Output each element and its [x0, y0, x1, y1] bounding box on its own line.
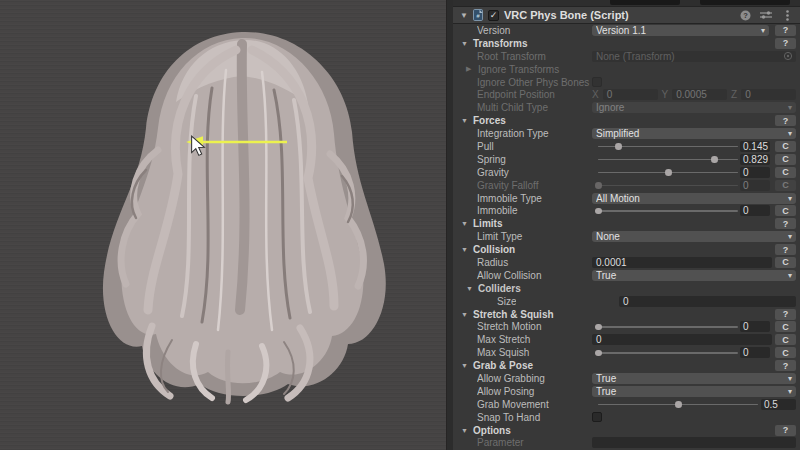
- ignore-other-checkbox[interactable]: [592, 77, 602, 87]
- allow-collision-label: Allow Collision: [477, 270, 592, 281]
- keyframe-button[interactable]: C: [775, 205, 796, 216]
- colliders-size-field[interactable]: 0: [619, 296, 796, 307]
- spring-value-field[interactable]: 0.829: [740, 154, 770, 165]
- help-button[interactable]: ?: [775, 425, 796, 436]
- allow-posing-dropdown[interactable]: True ▾: [592, 386, 796, 397]
- chevron-down-icon: ▾: [788, 194, 792, 203]
- foldout-closed-icon[interactable]: ▶: [466, 65, 478, 73]
- scene-viewport[interactable]: [0, 0, 446, 450]
- section-stretch-squish[interactable]: ▼ Stretch & Squish ?: [453, 308, 800, 321]
- help-button[interactable]: ?: [775, 309, 796, 320]
- max-squish-slider[interactable]: [598, 347, 738, 359]
- gravity-slider[interactable]: [598, 166, 738, 178]
- radius-field[interactable]: 0.0001: [592, 257, 772, 268]
- gravity-value-field[interactable]: 0: [740, 167, 770, 178]
- immobile-slider[interactable]: [598, 205, 738, 217]
- foldout-icon[interactable]: ▼: [461, 220, 473, 227]
- endpoint-z-field[interactable]: 0: [741, 89, 796, 100]
- foldout-icon[interactable]: ▼: [466, 285, 478, 292]
- section-limits[interactable]: ▼ Limits ?: [453, 217, 800, 230]
- foldout-icon[interactable]: ▼: [460, 11, 472, 20]
- help-button[interactable]: ?: [775, 360, 796, 371]
- allow-posing-label: Allow Posing: [477, 386, 592, 397]
- slider-thumb[interactable]: [711, 156, 718, 163]
- endpoint-y-field[interactable]: 0.0005: [672, 89, 727, 100]
- immobile-type-label: Immobile Type: [477, 193, 592, 204]
- grab-movement-slider[interactable]: [598, 398, 758, 410]
- section-options[interactable]: ▼ Options ?: [453, 424, 800, 437]
- version-dropdown[interactable]: Version 1.1 ▾: [592, 25, 769, 36]
- foldout-icon[interactable]: ▼: [461, 362, 473, 369]
- clipped-field[interactable]: [700, 0, 790, 5]
- foldout-colliders[interactable]: ▼ Colliders: [453, 282, 800, 295]
- grab-movement-value-field[interactable]: 0.5: [761, 399, 796, 410]
- help-icon[interactable]: ?: [738, 8, 752, 22]
- endpoint-x-field[interactable]: 0: [603, 89, 658, 100]
- keyframe-button[interactable]: C: [775, 167, 796, 178]
- allow-collision-dropdown[interactable]: True ▾: [592, 270, 796, 281]
- section-collision[interactable]: ▼ Collision ?: [453, 243, 800, 256]
- section-grab-pose[interactable]: ▼ Grab & Pose ?: [453, 359, 800, 372]
- help-button[interactable]: ?: [775, 25, 796, 36]
- help-button[interactable]: ?: [775, 218, 796, 229]
- gravity-falloff-value-field: 0: [740, 180, 770, 191]
- help-button[interactable]: ?: [775, 38, 796, 49]
- pull-slider[interactable]: [598, 140, 738, 152]
- foldout-icon[interactable]: ▼: [461, 117, 473, 124]
- slider-thumb[interactable]: [595, 324, 602, 331]
- script-icon: #: [472, 9, 484, 21]
- foldout-icon[interactable]: ▼: [461, 311, 473, 318]
- immobile-value-field[interactable]: 0: [740, 205, 770, 216]
- allow-grabbing-dropdown[interactable]: True ▾: [592, 373, 796, 384]
- panel-splitter[interactable]: [446, 0, 453, 450]
- chevron-down-icon: ▾: [788, 129, 792, 138]
- presets-icon[interactable]: [759, 8, 773, 22]
- multi-child-dropdown[interactable]: Ignore ▾: [592, 102, 796, 113]
- section-transforms[interactable]: ▼ Transforms ?: [453, 37, 800, 50]
- keyframe-button[interactable]: C: [775, 141, 796, 152]
- row-allow-grabbing: Allow Grabbing True ▾: [453, 372, 800, 385]
- hair-mesh: [0, 0, 446, 450]
- keyframe-button[interactable]: C: [775, 347, 796, 358]
- max-squish-value-field[interactable]: 0: [740, 347, 770, 358]
- unity-editor: ▼ # ✓ VRC Phys Bone (Script) ? Version: [0, 0, 800, 450]
- spring-slider[interactable]: [598, 153, 738, 165]
- clipped-field[interactable]: [610, 0, 680, 5]
- limit-type-dropdown[interactable]: None ▾: [592, 231, 796, 242]
- stretch-motion-value-field[interactable]: 0: [740, 321, 770, 332]
- keyframe-button[interactable]: C: [775, 257, 796, 268]
- row-parameter: Parameter: [453, 437, 800, 450]
- max-stretch-field[interactable]: 0: [592, 334, 772, 345]
- row-stretch-motion: Stretch Motion 0 C: [453, 320, 800, 333]
- section-forces[interactable]: ▼ Forces ?: [453, 114, 800, 127]
- slider-thumb[interactable]: [595, 208, 602, 215]
- foldout-icon[interactable]: ▼: [461, 40, 473, 47]
- foldout-icon[interactable]: ▼: [461, 427, 473, 434]
- keyframe-button[interactable]: C: [775, 334, 796, 345]
- keyframe-button[interactable]: C: [775, 154, 796, 165]
- slider-thumb[interactable]: [675, 401, 682, 408]
- component-enabled-checkbox[interactable]: ✓: [488, 10, 499, 21]
- component-header[interactable]: ▼ # ✓ VRC Phys Bone (Script) ?: [453, 7, 800, 24]
- parameter-field[interactable]: [592, 437, 796, 448]
- slider-thumb[interactable]: [595, 350, 602, 357]
- help-button[interactable]: ?: [775, 115, 796, 126]
- immobile-type-dropdown[interactable]: All Motion ▾: [592, 193, 796, 204]
- y-axis-label: Y: [662, 89, 669, 100]
- pull-value-field[interactable]: 0.145: [740, 141, 770, 152]
- foldout-icon[interactable]: ▼: [461, 246, 473, 253]
- snap-to-hand-checkbox[interactable]: [592, 412, 602, 422]
- slider-thumb[interactable]: [665, 169, 672, 176]
- slider-thumb[interactable]: [615, 143, 622, 150]
- integration-dropdown[interactable]: Simplified ▾: [592, 128, 796, 139]
- kebab-menu-icon[interactable]: [780, 8, 794, 22]
- allow-grabbing-label: Allow Grabbing: [477, 373, 592, 384]
- row-gravity: Gravity 0 C: [453, 166, 800, 179]
- stretch-motion-slider[interactable]: [598, 321, 738, 333]
- object-picker-icon[interactable]: [783, 51, 793, 61]
- root-transform-object-field[interactable]: None (Transform): [592, 51, 796, 62]
- size-label: Size: [497, 296, 516, 307]
- keyframe-button[interactable]: C: [775, 321, 796, 332]
- row-multi-child-type: Multi Child Type Ignore ▾: [453, 101, 800, 114]
- help-button[interactable]: ?: [775, 244, 796, 255]
